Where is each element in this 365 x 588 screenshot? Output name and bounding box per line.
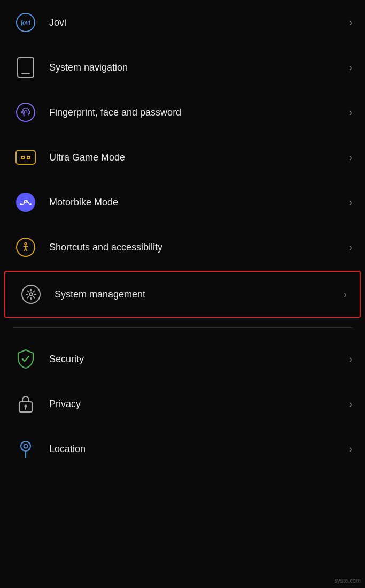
jovi-label: Jovi bbox=[49, 17, 345, 28]
security-chevron: › bbox=[349, 354, 352, 365]
game-mode-chevron: › bbox=[349, 152, 352, 163]
location-chevron: › bbox=[349, 444, 352, 455]
settings-item-system-navigation[interactable]: System navigation › bbox=[0, 45, 365, 90]
motorbike-label: Motorbike Mode bbox=[49, 197, 345, 208]
settings-item-security[interactable]: Security › bbox=[0, 337, 365, 381]
accessibility-icon bbox=[13, 234, 38, 260]
fingerprint-icon bbox=[13, 100, 38, 125]
settings-item-jovi[interactable]: jovi Jovi › bbox=[0, 0, 365, 45]
accessibility-chevron: › bbox=[349, 242, 352, 253]
svg-point-0 bbox=[25, 243, 27, 245]
settings-item-location[interactable]: Location › bbox=[0, 426, 365, 471]
settings-list: jovi Jovi › System navigation › bbox=[0, 0, 365, 471]
motorbike-icon bbox=[13, 189, 38, 215]
location-icon bbox=[13, 436, 38, 462]
watermark: systo.com bbox=[334, 577, 361, 584]
system-navigation-label: System navigation bbox=[49, 62, 345, 73]
svg-point-9 bbox=[21, 441, 30, 451]
svg-point-10 bbox=[24, 445, 28, 448]
accessibility-label: Shortcuts and accessibility bbox=[49, 242, 345, 253]
location-label: Location bbox=[49, 444, 345, 455]
settings-item-system-management[interactable]: System management › bbox=[4, 271, 361, 318]
svg-point-5 bbox=[29, 293, 33, 296]
privacy-label: Privacy bbox=[49, 399, 345, 410]
game-mode-icon bbox=[13, 144, 38, 170]
svg-line-4 bbox=[26, 248, 27, 251]
settings-item-game-mode[interactable]: Ultra Game Mode › bbox=[0, 135, 365, 180]
divider bbox=[13, 327, 352, 328]
settings-item-fingerprint[interactable]: Fingerprint, face and password › bbox=[0, 90, 365, 135]
system-management-chevron: › bbox=[344, 289, 347, 300]
jovi-icon: jovi bbox=[13, 10, 38, 35]
settings-item-motorbike[interactable]: Motorbike Mode › bbox=[0, 180, 365, 225]
security-label: Security bbox=[49, 354, 345, 365]
privacy-chevron: › bbox=[349, 399, 352, 410]
jovi-chevron: › bbox=[349, 17, 352, 28]
security-icon bbox=[13, 346, 38, 372]
fingerprint-chevron: › bbox=[349, 107, 352, 118]
system-management-label: System management bbox=[55, 289, 339, 300]
system-management-icon bbox=[18, 281, 44, 307]
fingerprint-label: Fingerprint, face and password bbox=[49, 107, 345, 118]
system-navigation-chevron: › bbox=[349, 62, 352, 73]
settings-item-privacy[interactable]: Privacy › bbox=[0, 381, 365, 426]
game-mode-label: Ultra Game Mode bbox=[49, 152, 345, 163]
privacy-icon bbox=[13, 391, 38, 417]
system-navigation-icon bbox=[13, 55, 38, 80]
settings-item-accessibility[interactable]: Shortcuts and accessibility › bbox=[0, 225, 365, 270]
motorbike-chevron: › bbox=[349, 197, 352, 208]
